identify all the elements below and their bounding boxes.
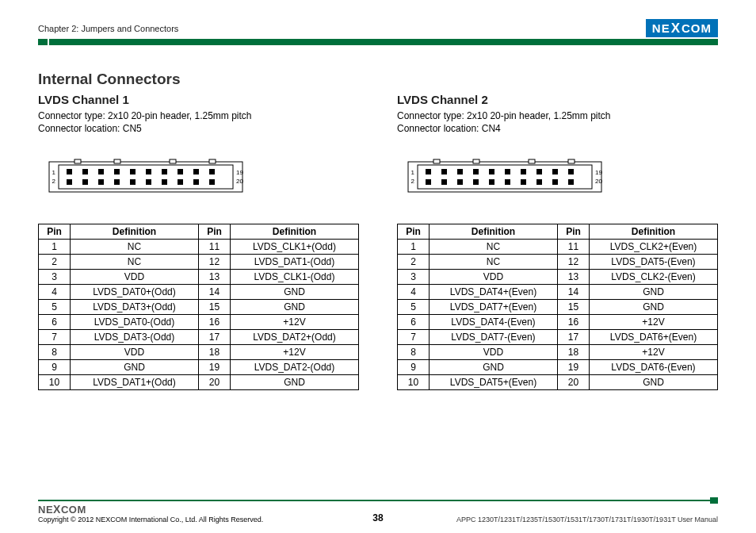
table-cell: 17 [199,330,231,345]
table-cell: LVDS_DAT6-(Even) [590,360,718,375]
svg-rect-35 [473,169,479,174]
table-cell: LVDS_CLK1+(Odd) [231,240,359,255]
svg-rect-37 [505,169,510,174]
table-cell: 2 [39,255,71,270]
table-cell: VDD [71,345,199,360]
table-cell: 13 [199,270,231,285]
table-cell: 18 [558,345,590,360]
svg-rect-9 [178,169,183,174]
table-cell: 14 [199,285,231,300]
svg-text:20: 20 [236,178,243,185]
table-row: 2NC12LVDS_DAT5-(Even) [398,255,718,270]
th-def: Definition [430,224,558,240]
svg-rect-15 [114,179,120,185]
table-row: 5LVDS_DAT7+(Even)15GND [398,300,718,315]
th-pin: Pin [558,224,590,240]
table-cell: 13 [558,270,590,285]
table-cell: GND [231,285,359,300]
table-cell: 2 [398,255,430,270]
table-cell: LVDS_DAT4+(Even) [430,285,558,300]
table-cell: GND [430,360,558,375]
header-rule [38,39,718,48]
table-cell: LVDS_DAT7-(Even) [430,330,558,345]
logo-x-icon: X [671,23,681,34]
table-cell: 10 [39,375,71,390]
table-cell: 7 [39,330,71,345]
table-cell: +12V [590,315,718,330]
table-cell: 5 [39,300,71,315]
channel2-desc-type: Connector type: 2x10 20-pin header, 1.25… [397,109,718,122]
table-cell: 7 [398,330,430,345]
table-cell: 5 [398,300,430,315]
table-cell: 19 [199,360,231,375]
channel2-title: LVDS Channel 2 [397,93,718,106]
connector-diagram-cn4: 1 2 19 20 [402,157,718,197]
table-cell: +12V [231,345,359,360]
table-cell: LVDS_DAT1+(Odd) [71,375,199,390]
channel2-desc-loc: Connector location: CN4 [397,122,718,135]
svg-rect-44 [457,179,463,185]
table-cell: 3 [398,270,430,285]
th-def: Definition [590,224,718,240]
th-pin: Pin [398,224,430,240]
channel1-desc-type: Connector type: 2x10 20-pin header, 1.25… [38,109,359,122]
svg-rect-34 [457,169,463,174]
svg-rect-24 [170,159,176,163]
table-row: 1NC11LVDS_CLK2+(Even) [398,240,718,255]
svg-rect-18 [162,179,167,185]
svg-rect-52 [433,159,440,163]
table-cell: 6 [39,315,71,330]
table-cell: LVDS_CLK2-(Even) [590,270,718,285]
lvds-channel-1: LVDS Channel 1 Connector type: 2x10 20-p… [38,93,359,390]
table-cell: NC [71,240,199,255]
table-cell: NC [430,240,558,255]
svg-rect-36 [489,169,494,174]
svg-rect-10 [193,169,199,174]
logo-x-icon: X [53,503,61,516]
table-row: 6LVDS_DAT0-(Odd)16+12V [39,315,359,330]
logo-part-right: COM [682,21,712,35]
copyright-text: Copyright © 2012 NEXCOM International Co… [38,516,263,523]
table-cell: LVDS_DAT5-(Even) [590,255,718,270]
logo-part-left: NE [652,21,670,35]
svg-rect-1 [59,165,233,189]
table-cell: GND [590,375,718,390]
footer-product-line: APPC 1230T/1231T/1235T/1530T/1531T/1730T… [456,516,718,523]
table-cell: +12V [590,345,718,360]
table-cell: 17 [558,330,590,345]
table-cell: VDD [430,345,558,360]
table-cell: 6 [398,315,430,330]
svg-text:19: 19 [236,169,243,176]
svg-rect-48 [521,179,526,185]
svg-rect-17 [146,179,151,185]
table-cell: 8 [39,345,71,360]
svg-rect-46 [489,179,494,185]
footer-rule [38,500,718,501]
table-cell: 4 [398,285,430,300]
svg-rect-23 [114,159,120,163]
chapter-label: Chapter 2: Jumpers and Connectors [38,24,178,33]
svg-rect-8 [162,169,167,174]
table-cell: 15 [558,300,590,315]
svg-rect-55 [568,159,575,163]
svg-rect-16 [130,179,136,185]
svg-rect-21 [209,179,215,185]
table-cell: +12V [231,315,359,330]
table-cell: VDD [430,270,558,285]
page-number: 38 [372,512,383,523]
svg-rect-45 [473,179,479,185]
svg-rect-13 [82,179,88,185]
table-cell: GND [71,360,199,375]
th-pin: Pin [199,224,231,240]
table-cell: 8 [398,345,430,360]
th-def: Definition [71,224,199,240]
table-cell: LVDS_DAT0+(Odd) [71,285,199,300]
table-row: 1NC11LVDS_CLK1+(Odd) [39,240,359,255]
svg-rect-3 [82,169,88,174]
table-cell: 19 [558,360,590,375]
svg-rect-38 [521,169,526,174]
svg-rect-25 [209,159,216,163]
table-cell: LVDS_DAT7+(Even) [430,300,558,315]
table-cell: 14 [558,285,590,300]
table-row: 3VDD13LVDS_CLK2-(Even) [398,270,718,285]
